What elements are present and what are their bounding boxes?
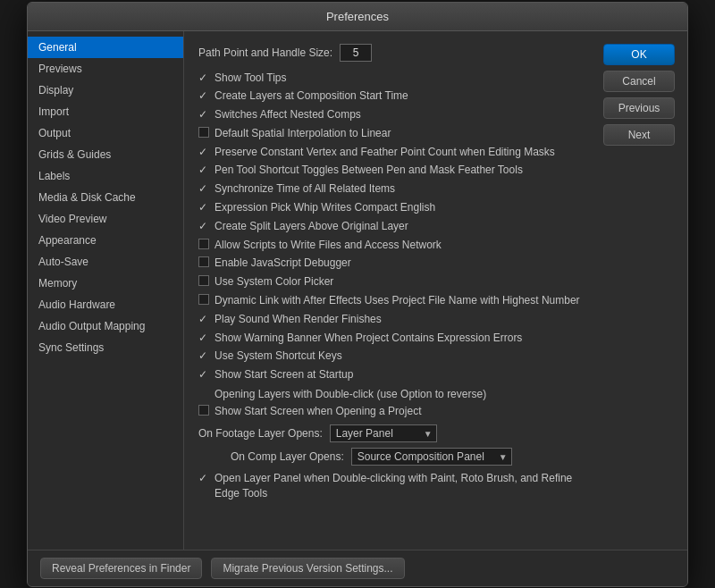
footer: Reveal Preferences in Finder Migrate Pre… — [28, 550, 687, 586]
checkmark-icon-1: ✓ — [198, 89, 209, 102]
dialog-title: Preferences — [326, 10, 389, 23]
ok-button[interactable]: OK — [603, 44, 675, 65]
checkbox-empty-after-0 — [198, 405, 209, 416]
checkmark-icon-14: ✓ — [198, 332, 209, 344]
sidebar-item-media---disk-cache[interactable]: Media & Disk Cache — [28, 187, 183, 208]
checkbox-empty-12 — [198, 294, 209, 305]
sidebar-item-audio-hardware[interactable]: Audio Hardware — [28, 294, 183, 315]
checkmark-icon-2: ✓ — [198, 108, 209, 121]
checkbox-label-14: Show Warning Banner When Project Contain… — [214, 331, 522, 346]
sidebar-item-display[interactable]: Display — [28, 80, 183, 101]
checkbox-row-2: ✓Switches Affect Nested Comps — [198, 107, 587, 122]
checkbox-row-7: ✓Expression Pick Whip Writes Compact Eng… — [198, 200, 587, 215]
checkbox-row-3: Default Spatial Interpolation to Linear — [198, 126, 587, 141]
comp-layer-row: On Comp Layer Opens: Source Composition … — [231, 448, 587, 466]
checkbox-label-9: Allow Scripts to Write Files and Access … — [214, 238, 442, 253]
preferences-content: Path Point and Handle Size: ✓Show Tool T… — [198, 44, 587, 501]
action-buttons: OK Cancel Previous Next — [603, 44, 675, 146]
sidebar-item-import[interactable]: Import — [28, 101, 183, 122]
open-layer-panel-row: ✓ Open Layer Panel when Double-clicking … — [198, 471, 587, 501]
sidebar-item-grids---guides[interactable]: Grids & Guides — [28, 144, 183, 165]
checkbox-row-13: ✓Play Sound When Render Finishes — [198, 312, 587, 327]
checkbox-row-10: Enable JavaScript Debugger — [198, 256, 587, 271]
footage-layer-dropdown-wrapper: Layer Panel Footage Panel ▼ — [330, 424, 437, 442]
checkmark-icon-6: ✓ — [198, 182, 209, 195]
path-point-label: Path Point and Handle Size: — [198, 46, 332, 59]
checkbox-row-15: ✓Use System Shortcut Keys — [198, 349, 587, 364]
preferences-dialog: Preferences GeneralPreviewsDisplayImport… — [27, 2, 688, 587]
open-layer-panel-check: ✓ — [198, 472, 209, 484]
main-panel: OK Cancel Previous Next Path Point and H… — [184, 31, 687, 550]
checkbox-row-6: ✓Synchronize Time of All Related Items — [198, 181, 587, 197]
checkbox-row-12: Dynamic Link with After Effects Uses Pro… — [198, 293, 587, 308]
comp-layer-dropdown-wrapper: Source Composition Panel Layer Panel ▼ — [351, 448, 512, 466]
sidebar-item-auto-save[interactable]: Auto-Save — [28, 251, 183, 273]
opening-layers-label: Opening Layers with Double-click (use Op… — [214, 388, 587, 400]
dialog-content: GeneralPreviewsDisplayImportOutputGrids … — [28, 31, 687, 550]
sidebar-item-previews[interactable]: Previews — [28, 58, 183, 80]
migrate-settings-button[interactable]: Migrate Previous Version Settings... — [211, 558, 404, 579]
checkbox-row-9: Allow Scripts to Write Files and Access … — [198, 238, 587, 253]
checkbox-empty-3 — [198, 127, 209, 138]
sidebar-item-labels[interactable]: Labels — [28, 165, 183, 187]
footage-layer-label: On Footage Layer Opens: — [198, 427, 323, 440]
checkbox-label-6: Synchronize Time of All Related Items — [214, 181, 395, 197]
checkmark-icon-8: ✓ — [198, 220, 209, 232]
checkmark-icon-0: ✓ — [198, 71, 209, 84]
checkbox-label-12: Dynamic Link with After Effects Uses Pro… — [214, 293, 580, 308]
sidebar-item-appearance[interactable]: Appearance — [28, 230, 183, 251]
checkbox-row-14: ✓Show Warning Banner When Project Contai… — [198, 331, 587, 346]
checkbox-row-1: ✓Create Layers at Composition Start Time — [198, 88, 587, 104]
footage-layer-row: On Footage Layer Opens: Layer Panel Foot… — [198, 424, 587, 442]
checkbox-label-5: Pen Tool Shortcut Toggles Between Pen an… — [214, 163, 523, 178]
checkbox-row-5: ✓Pen Tool Shortcut Toggles Between Pen a… — [198, 163, 587, 178]
checkmark-icon-5: ✓ — [198, 164, 209, 176]
sidebar-item-general[interactable]: General — [28, 37, 183, 58]
checkbox-label-after-0: Show Start Screen when Opening a Project — [214, 404, 421, 419]
open-layer-panel-label: Open Layer Panel when Double-clicking wi… — [214, 471, 587, 501]
checkbox-row-4: ✓Preserve Constant Vertex and Feather Po… — [198, 145, 587, 160]
checkbox-label-15: Use System Shortcut Keys — [214, 349, 342, 364]
path-point-row: Path Point and Handle Size: — [198, 44, 587, 62]
checkbox-label-3: Default Spatial Interpolation to Linear — [214, 126, 391, 141]
cancel-button[interactable]: Cancel — [603, 71, 675, 92]
checkbox-empty-11 — [198, 275, 209, 286]
checkmark-icon-15: ✓ — [198, 349, 209, 362]
checkbox-label-0: Show Tool Tips — [214, 71, 287, 86]
checkbox-row-after-0: Show Start Screen when Opening a Project — [198, 404, 587, 419]
path-point-input[interactable] — [340, 44, 372, 62]
checkbox-label-16: Show Start Screen at Startup — [214, 367, 353, 382]
footage-layer-select[interactable]: Layer Panel Footage Panel — [330, 424, 437, 442]
checkmark-icon-13: ✓ — [198, 313, 209, 325]
checkbox-row-16: ✓Show Start Screen at Startup — [198, 367, 587, 382]
sidebar-item-sync-settings[interactable]: Sync Settings — [28, 337, 183, 358]
sidebar-item-video-preview[interactable]: Video Preview — [28, 208, 183, 230]
checkbox-row-11: Use System Color Picker — [198, 274, 587, 290]
checkbox-empty-10 — [198, 256, 209, 267]
previous-button[interactable]: Previous — [603, 97, 675, 119]
sidebar-item-output[interactable]: Output — [28, 122, 183, 144]
checkbox-row-8: ✓Create Split Layers Above Original Laye… — [198, 219, 587, 234]
sidebar: GeneralPreviewsDisplayImportOutputGrids … — [28, 31, 184, 550]
checkmark-icon-4: ✓ — [198, 146, 209, 158]
checkbox-label-1: Create Layers at Composition Start Time — [214, 88, 408, 104]
checkbox-label-13: Play Sound When Render Finishes — [214, 312, 382, 327]
sidebar-item-memory[interactable]: Memory — [28, 273, 183, 294]
checkmark-icon-7: ✓ — [198, 201, 209, 214]
checkmark-icon-16: ✓ — [198, 368, 209, 381]
title-bar: Preferences — [28, 3, 687, 31]
reveal-preferences-button[interactable]: Reveal Preferences in Finder — [40, 558, 202, 579]
checkbox-label-4: Preserve Constant Vertex and Feather Poi… — [214, 145, 555, 160]
checkbox-label-2: Switches Affect Nested Comps — [214, 107, 361, 122]
sidebar-item-audio-output-mapping[interactable]: Audio Output Mapping — [28, 315, 183, 337]
checkbox-label-10: Enable JavaScript Debugger — [214, 256, 351, 271]
checkbox-label-8: Create Split Layers Above Original Layer — [214, 219, 408, 234]
checkbox-label-11: Use System Color Picker — [214, 274, 333, 290]
comp-layer-select[interactable]: Source Composition Panel Layer Panel — [351, 448, 512, 466]
checkbox-label-7: Expression Pick Whip Writes Compact Engl… — [214, 200, 435, 215]
comp-layer-label: On Comp Layer Opens: — [231, 450, 344, 463]
checkbox-row-0: ✓Show Tool Tips — [198, 71, 587, 86]
next-button[interactable]: Next — [603, 124, 675, 146]
checkbox-empty-9 — [198, 239, 209, 249]
